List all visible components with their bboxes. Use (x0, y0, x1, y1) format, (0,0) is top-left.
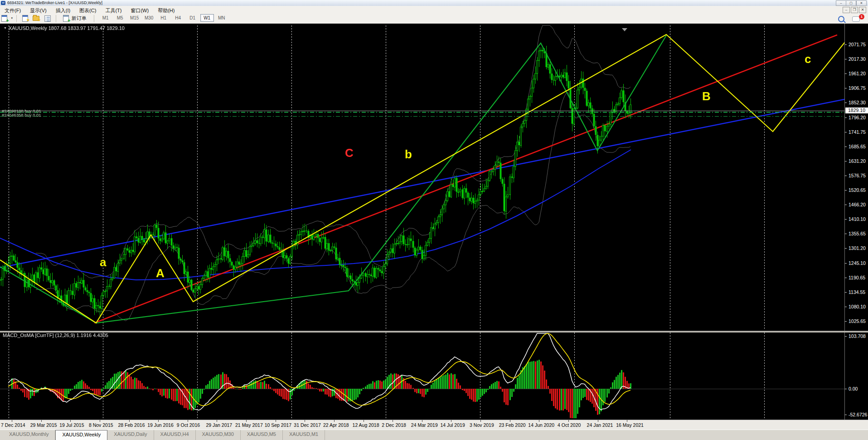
date-label: 29 Mar 2015 (30, 422, 57, 428)
date-label: 19 Jun 2016 (147, 422, 174, 428)
price-label: 1576.75 (849, 173, 866, 178)
toolbar-separator (94, 15, 94, 22)
price-tick (845, 307, 847, 307)
mdi-restore-button[interactable]: ❐ (851, 7, 858, 13)
window-close-button[interactable]: ✕ (856, 0, 867, 6)
search-icon[interactable] (838, 16, 844, 22)
date-tick (568, 420, 569, 422)
date-tick (188, 420, 188, 422)
price-tick (845, 147, 847, 147)
tab-XAUUSD-H4[interactable]: XAUUSD,H4 (154, 430, 196, 440)
tab-XAUUSD-M5[interactable]: XAUUSD,M5 (241, 430, 283, 440)
timeframe-H1[interactable]: H1 (157, 14, 170, 22)
timeframe-M15[interactable]: M15 (128, 14, 141, 22)
timeframe-M1[interactable]: M1 (99, 14, 112, 22)
price-tick (845, 219, 847, 220)
price-tick (845, 278, 847, 278)
tab-XAUUSD-Monthly[interactable]: XAUUSD,Monthly (3, 430, 55, 440)
new-chart-dropdown-icon[interactable]: ▾ (11, 16, 13, 20)
price-tick (845, 132, 847, 132)
app-icon: W (1, 1, 5, 5)
window-maximize-button[interactable]: ▢ (846, 0, 856, 6)
wave-letter-b: b (405, 148, 412, 160)
new-chart-icon[interactable]: + (0, 15, 9, 22)
date-tick (451, 420, 451, 422)
price-label: 1410.10 (849, 216, 866, 222)
mdi-close-button[interactable]: ✕ (859, 7, 866, 13)
profiles-icon[interactable]: ★ (21, 15, 29, 22)
date-tick (305, 420, 305, 422)
price-tick (845, 176, 847, 176)
price-label: 1080.10 (849, 304, 866, 309)
timeframe-M30[interactable]: M30 (142, 14, 156, 22)
templates-folder-icon[interactable]: ★ (32, 15, 40, 22)
date-label: 10 Sep 2017 (265, 422, 292, 428)
date-label: 3 Nov 2019 (470, 422, 494, 428)
wave-letter-B: B (702, 90, 711, 102)
date-axis[interactable]: 7 Dec 201429 Mar 201519 Jul 20158 Nov 20… (0, 420, 868, 430)
window-minimize-button[interactable]: – (836, 0, 846, 6)
price-label: 1631.20 (849, 158, 866, 164)
price-label: 1245.10 (849, 260, 866, 266)
wave-letter-C: C (345, 147, 354, 159)
date-label: 29 Jan 2017 (206, 422, 232, 428)
date-label: 4 Oct 2020 (558, 422, 581, 428)
toolbar-separator (56, 15, 56, 22)
menu-items: 文件(F)显示(V)插入(I)图表(C)工具(T)窗口(W)帮助(H) (0, 6, 179, 14)
price-tick (845, 292, 847, 293)
price-label: 1134.55 (849, 289, 865, 295)
price-tick (845, 73, 847, 74)
timeframe-H4[interactable]: H4 (171, 14, 185, 22)
tab-XAUUSD-Weekly[interactable]: XAUUSD,Weekly (55, 430, 107, 440)
macd-indicator-label: MACD_OsMA [CurrTF] (12,26,9) 1.1916 4.43… (3, 332, 108, 338)
timeframe-buttons: M1M5M15M30H1H4D1W1MN (98, 14, 229, 21)
date-tick (627, 420, 627, 422)
date-tick (510, 420, 510, 422)
tab-XAUUSD-Daily[interactable]: XAUUSD,Daily (107, 430, 154, 440)
macd-axis-label: -52.6726 (849, 412, 867, 417)
price-tick (845, 205, 847, 205)
date-tick (217, 420, 217, 422)
timeframe-W1[interactable]: W1 (200, 14, 214, 22)
pane-divider[interactable] (0, 331, 868, 332)
date-label: 31 Dec 2017 (294, 422, 321, 428)
timeframe-MN[interactable]: MN (215, 14, 228, 22)
date-label: 24 Mar 2019 (411, 422, 438, 428)
window-title: 6694321: WeTradeBroker-Live1 - [XAUUSD,W… (7, 0, 102, 6)
date-tick (276, 420, 276, 422)
price-tick (845, 248, 847, 249)
tab-XAUUSD-M1[interactable]: XAUUSD,M1 (283, 430, 325, 440)
price-label: 1685.65 (849, 144, 866, 149)
macd-axis-label: 103.708 (849, 333, 866, 339)
price-tick (845, 234, 847, 234)
title-bar: W 6694321: WeTradeBroker-Live1 - [XAUUSD… (0, 0, 868, 6)
date-label: 19 Jul 2015 (59, 422, 84, 428)
new-order-button[interactable]: + 新订单 (61, 14, 89, 22)
date-tick (129, 420, 130, 422)
date-tick (480, 420, 481, 422)
toolbar-separator (16, 15, 17, 22)
symbol-ohlc-line: ▼XAUUSD,Weekly 1807.68 1833.97 1791.47 1… (4, 25, 125, 31)
mdi-minimize-button[interactable]: – (843, 7, 850, 13)
price-label: 1025.65 (849, 318, 866, 324)
timeframe-M5[interactable]: M5 (113, 14, 127, 22)
tab-XAUUSD-M30[interactable]: XAUUSD,M30 (196, 430, 241, 440)
date-label: 14 Jun 2020 (528, 422, 554, 428)
date-tick (393, 420, 393, 422)
price-label: 1190.65 (849, 275, 865, 280)
date-tick (422, 420, 422, 422)
timeframe-D1[interactable]: D1 (186, 14, 199, 22)
macd-tick (845, 389, 847, 389)
macd-axis-label: 0.00 (849, 386, 858, 391)
price-label: 1466.20 (849, 202, 866, 207)
price-label: 1301.20 (849, 245, 866, 251)
date-label: 8 Nov 2015 (89, 422, 113, 428)
new-order-label: 新订单 (72, 15, 87, 21)
collapse-triangle-icon[interactable]: ▼ (4, 26, 7, 29)
price-axis[interactable]: 2071.752017.301961.201906.751852.301796.… (844, 24, 868, 420)
wave-letter-c: c (805, 53, 811, 65)
chart-canvas[interactable] (0, 24, 844, 420)
price-label: 1355.65 (849, 231, 866, 236)
toolbar: + ▾ ★ ★ + 新订单 M1M5M15M30H1H4D1W1MN 1 (0, 14, 868, 24)
navigator-icon[interactable] (44, 15, 52, 22)
